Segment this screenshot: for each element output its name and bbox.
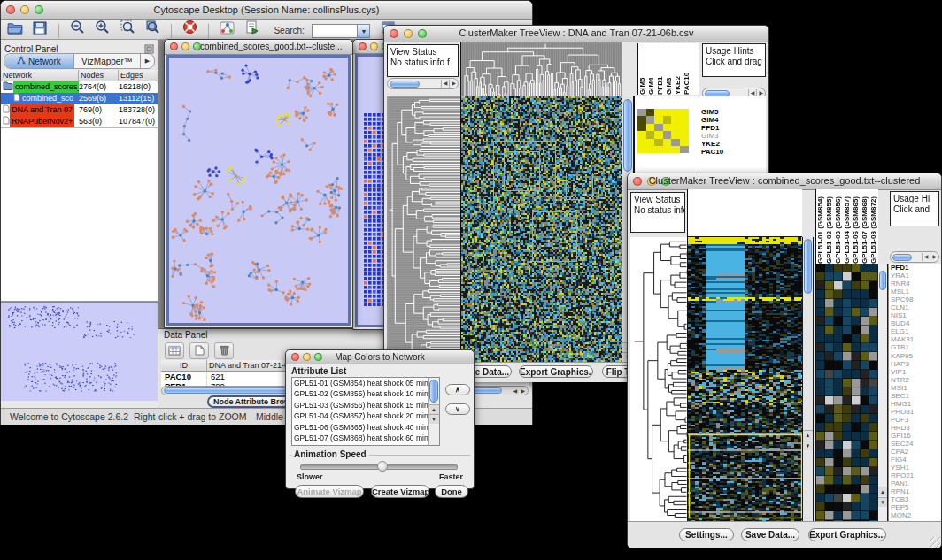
zoom-cell[interactable] xyxy=(671,116,680,123)
export-graphics-button[interactable]: Export Graphics... xyxy=(519,365,593,378)
tab-vizmapper[interactable]: VizMapper™ xyxy=(74,54,141,68)
gene-label[interactable]: GIM4 xyxy=(699,116,766,124)
save-data-button[interactable]: Save Data... xyxy=(741,528,799,541)
zoom-cell[interactable] xyxy=(663,146,672,153)
network-row[interactable]: RNAPuberNov2+563(0)107847(0) xyxy=(1,116,158,127)
vscroll-thumb[interactable] xyxy=(879,271,886,290)
gene-label[interactable]: YKE2 xyxy=(699,140,766,148)
search-input[interactable] xyxy=(312,24,358,38)
scroll-left-arrow[interactable]: ◀ xyxy=(513,387,517,394)
done-button[interactable]: Done xyxy=(435,485,468,498)
zoom-cell[interactable] xyxy=(663,131,672,138)
gene-label[interactable]: SEC24 xyxy=(889,440,941,448)
gene-label[interactable]: PFD1 xyxy=(699,124,766,132)
network-row[interactable]: DNA and Tran 07769(0)183728(0) xyxy=(1,104,158,116)
gene-label[interactable]: MAK31 xyxy=(889,335,941,343)
zoom-cell[interactable] xyxy=(671,146,680,153)
column-label[interactable]: GIM4 xyxy=(647,43,656,95)
tv1-global-heatmap[interactable] xyxy=(460,96,622,362)
tab-network[interactable]: Network xyxy=(4,54,74,68)
scroll-down-arrow[interactable]: ▼ xyxy=(803,441,813,450)
main-title-bar[interactable]: Cytoscape Desktop (Session Name: collins… xyxy=(1,1,532,20)
gene-label[interactable]: NIS1 xyxy=(889,311,941,319)
gene-label[interactable]: HAP3 xyxy=(889,360,941,368)
close-button[interactable] xyxy=(170,42,178,50)
animate-vizmap-button[interactable]: Animate Vizmap xyxy=(295,485,364,498)
network1-canvas[interactable] xyxy=(169,58,346,321)
listbox-vscrollbar[interactable]: ▲ ▼ xyxy=(428,378,439,445)
gene-label[interactable]: PUF3 xyxy=(889,416,941,424)
tv2-global-heatmap[interactable] xyxy=(687,237,803,521)
gene-label[interactable]: CPA2 xyxy=(889,448,941,456)
gene-label[interactable]: GPI16 xyxy=(889,432,941,440)
tv2-gene-vscrollbar[interactable]: ▲ ▼ xyxy=(877,264,888,521)
gene-label[interactable]: FIG4 xyxy=(889,456,941,464)
column-label[interactable]: GPL51-02 (GSM855) xyxy=(825,189,834,264)
zoom-cell[interactable] xyxy=(637,116,646,123)
gene-label[interactable]: RPO21 xyxy=(889,472,941,479)
column-label[interactable]: GPL51-07 (GSM868) xyxy=(861,189,869,264)
zoom-cell[interactable] xyxy=(663,109,672,116)
settings-button[interactable]: Settings... xyxy=(679,528,734,541)
resize-grip[interactable] xyxy=(930,537,940,548)
gene-label[interactable]: SEC1 xyxy=(889,392,941,400)
gene-label[interactable]: MSI1 xyxy=(889,384,941,392)
scroll-thumb[interactable] xyxy=(892,254,912,261)
zoom-cell[interactable] xyxy=(680,116,689,123)
minimize-button[interactable] xyxy=(181,42,189,50)
scroll-left-arrow[interactable]: ◀ xyxy=(441,80,450,88)
treeview1-title-bar[interactable]: ClusterMaker TreeView : DNA and Tran 07-… xyxy=(384,26,768,42)
zoom-cell[interactable] xyxy=(671,139,680,146)
gene-label[interactable]: BUD4 xyxy=(889,319,941,327)
tv1-row-dendrogram[interactable] xyxy=(387,96,460,362)
gene-label[interactable]: MON2 xyxy=(889,511,941,519)
attribute-item[interactable]: GPL51-06 (GSM865) heat shock 40 min xyxy=(294,422,439,433)
gene-label[interactable]: YRA1 xyxy=(889,272,941,280)
minimize-button[interactable] xyxy=(370,42,378,50)
zoom-cell[interactable] xyxy=(646,146,655,153)
zoom-cell[interactable] xyxy=(663,116,672,123)
attribute-item[interactable]: GPL51-01 (GSM854) heat shock 05 min xyxy=(294,378,439,388)
gene-label[interactable]: HRD3 xyxy=(889,424,941,432)
zoom-cell[interactable] xyxy=(654,146,663,153)
zoom-selected-button[interactable] xyxy=(143,20,163,37)
zoom-cell[interactable] xyxy=(680,139,689,146)
gene-label[interactable]: PAN1 xyxy=(889,479,941,487)
scroll-left-arrow[interactable]: ◀ xyxy=(922,253,930,261)
float-panel-icon[interactable] xyxy=(144,42,154,58)
tv2-zoom-heatmap[interactable] xyxy=(815,264,878,521)
zoom-cell[interactable] xyxy=(663,124,672,131)
gene-label[interactable]: PAC10 xyxy=(699,148,766,156)
gene-label[interactable]: GTB1 xyxy=(889,343,941,351)
create-vizmap-button[interactable]: Create Vizmap xyxy=(371,485,429,498)
column-label[interactable]: GPL51-03 (GSM856) xyxy=(834,189,843,264)
zoom-cell[interactable] xyxy=(646,139,655,146)
treeview2-title-bar[interactable]: ClusterMaker TreeView : combined_scores_… xyxy=(628,173,941,190)
column-label[interactable]: GPL51-08 (GSM872) xyxy=(869,189,878,264)
tv2-heatmap-vscrollbar[interactable]: ▲ ▼ xyxy=(802,237,814,521)
zoom-cell[interactable] xyxy=(654,139,663,146)
scroll-down-arrow[interactable]: ▼ xyxy=(878,497,887,507)
scroll-thumb[interactable] xyxy=(390,81,420,88)
scroll-up-arrow[interactable]: ▲ xyxy=(429,404,439,414)
column-label[interactable]: GPL51-01 (GSM854) xyxy=(816,189,825,264)
export-graphics-button[interactable]: Export Graphics... xyxy=(808,528,886,541)
scroll-right-arrow[interactable]: ▶ xyxy=(449,80,458,88)
delete-attribute-button[interactable] xyxy=(214,342,234,359)
zoom-cell[interactable] xyxy=(680,146,689,153)
network-overview-canvas[interactable] xyxy=(1,303,157,400)
open-session-button[interactable] xyxy=(5,22,25,39)
network1-title-bar[interactable]: combined_scores_good.txt--cluste... xyxy=(165,40,352,55)
zoom-cell[interactable] xyxy=(646,131,655,138)
attribute-item[interactable]: GPL51-03 (GSM856) heat shock 15 min xyxy=(294,400,439,410)
column-label[interactable]: GPL51-04 (GSM857) xyxy=(843,189,852,264)
column-label[interactable]: GPL51-06 (GSM865) xyxy=(852,189,861,264)
new-attribute-button[interactable] xyxy=(189,342,209,359)
gene-label[interactable]: CLN1 xyxy=(889,303,941,311)
zoom-in-button[interactable] xyxy=(93,20,112,37)
zoom-cell[interactable] xyxy=(671,131,680,138)
zoom-cell[interactable] xyxy=(654,131,663,138)
zoom-cell[interactable] xyxy=(637,146,646,153)
zoom-fit-button[interactable] xyxy=(118,20,137,37)
gene-label[interactable]: RPN1 xyxy=(889,487,941,495)
